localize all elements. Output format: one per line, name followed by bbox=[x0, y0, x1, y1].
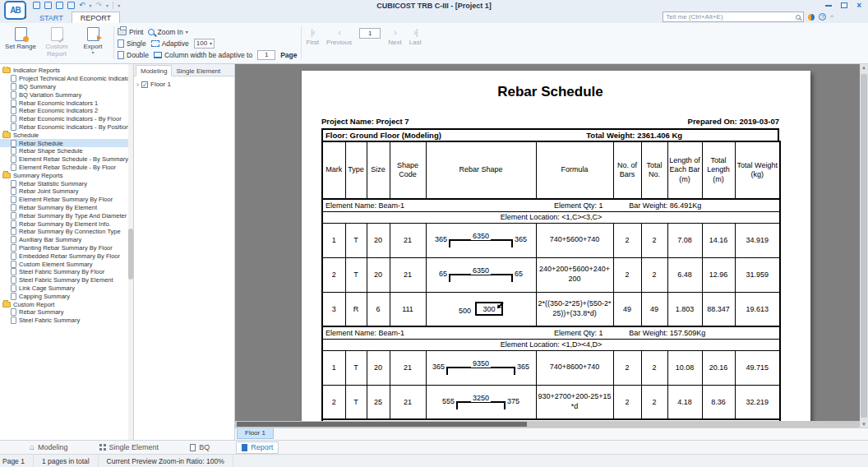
scroll-up-icon[interactable]: ▲ bbox=[861, 64, 866, 71]
double-page-button[interactable]: Double bbox=[118, 51, 149, 59]
page-number-input[interactable]: 1 bbox=[359, 28, 381, 39]
collapse-ribbon-icon[interactable]: ^ bbox=[830, 14, 833, 21]
sidebar-scrollbar-thumb[interactable] bbox=[128, 229, 133, 280]
tree-item[interactable]: Steel Fabric Summary bbox=[0, 317, 133, 325]
tree-item[interactable]: BQ Summary bbox=[0, 83, 133, 91]
shape-left-label: 365 bbox=[435, 235, 447, 243]
shape-right-label: 375 bbox=[507, 397, 519, 405]
view-tab-single-element-label: Single Element bbox=[109, 443, 159, 451]
column-width-input[interactable]: 1 bbox=[257, 50, 275, 60]
column-header: Rebar Shape bbox=[426, 141, 536, 199]
scroll-down-icon[interactable]: ▼ bbox=[861, 421, 866, 428]
shape-stirrup-box: 300 bbox=[475, 302, 503, 316]
tree-item[interactable]: Rebar Economic Indicators 1 bbox=[0, 99, 133, 107]
tree-item[interactable]: Rebar Economic Indicators - By Floor bbox=[0, 115, 133, 123]
type-cell: R bbox=[345, 292, 367, 326]
minimize-button[interactable] bbox=[825, 5, 832, 7]
print-button[interactable]: Print bbox=[118, 28, 143, 36]
length-each-cell: 1.803 bbox=[667, 292, 702, 326]
tree-item[interactable]: Rebar Summary By Connection Type bbox=[0, 228, 133, 236]
tree-item[interactable]: Rebar Statistic Summary bbox=[0, 179, 133, 187]
floor-tree-item[interactable]: › ✓ Floor 1 bbox=[134, 76, 234, 92]
view-tab-bq[interactable]: BQ bbox=[185, 442, 215, 454]
total-no-cell: 2 bbox=[641, 223, 667, 257]
tree-item[interactable]: Custom Element Summary bbox=[0, 260, 133, 268]
vertical-scrollbar-thumb[interactable] bbox=[861, 74, 867, 418]
tree-item[interactable]: BQ Variation Summary bbox=[0, 90, 133, 99]
set-range-button[interactable]: Set Range bbox=[3, 25, 38, 61]
tree-item[interactable]: Rebar Summary By Element Info. bbox=[0, 220, 133, 228]
zoom-ratio-combobox[interactable]: 100▾ bbox=[194, 39, 215, 49]
tree-group[interactable]: Summary Reports bbox=[0, 171, 133, 179]
tree-item[interactable]: Rebar Summary bbox=[0, 308, 133, 317]
sidebar-scrollbar[interactable] bbox=[128, 64, 133, 440]
floor-checkbox[interactable]: ✓ bbox=[141, 81, 148, 88]
tree-item[interactable]: Auxiliary Bar Summary bbox=[0, 236, 133, 244]
total-length-cell: 88.347 bbox=[702, 292, 735, 326]
tree-group[interactable]: Indicator Reports bbox=[0, 67, 133, 75]
tree-item[interactable]: Element Rebar Schedule - By Summary Info bbox=[0, 155, 133, 164]
horizontal-scrollbar[interactable] bbox=[235, 421, 860, 428]
tree-item[interactable]: Element Rebar Summary By Floor bbox=[0, 196, 133, 204]
redo-icon[interactable]: ↷ bbox=[96, 2, 103, 9]
tree-item[interactable]: Project Technical And Economic Indicator… bbox=[0, 75, 133, 83]
tree-group[interactable]: Custom Report bbox=[0, 300, 133, 308]
tree-item[interactable]: Rebar Summary By Element bbox=[0, 204, 133, 212]
tree-item[interactable]: Steel Fabric Summary By Floor bbox=[0, 268, 133, 276]
panel-tab-single-element[interactable]: Single Element bbox=[172, 66, 224, 76]
expander-icon[interactable]: › bbox=[136, 81, 139, 88]
status-total-pages: 1 pages in total bbox=[34, 455, 99, 467]
report-preview-viewer[interactable]: Rebar Schedule Project Name: Project 7 P… bbox=[235, 64, 868, 440]
last-page-button[interactable]: ›| Last bbox=[409, 28, 422, 46]
zoom-in-button[interactable]: Zoom In▾ bbox=[148, 28, 187, 36]
file-icon bbox=[11, 284, 16, 292]
floor-page-tab[interactable]: Floor 1 bbox=[237, 428, 274, 439]
tree-item[interactable]: Rebar Schedule bbox=[0, 139, 133, 147]
tree-item[interactable]: Element Rebar Schedule - By Floor bbox=[0, 164, 133, 172]
first-page-button[interactable]: |‹ First bbox=[307, 28, 320, 46]
tree-item[interactable]: Planting Rebar Summary By Floor bbox=[0, 244, 133, 252]
export-button[interactable]: Export ▾ bbox=[76, 25, 110, 61]
tree-item[interactable]: Rebar Summary By Type And Diameter bbox=[0, 211, 133, 220]
tips-lamp-icon[interactable] bbox=[808, 14, 815, 21]
vertical-scrollbar[interactable]: ▲ ▼ bbox=[860, 64, 868, 428]
adaptive-label: Adaptive bbox=[162, 39, 189, 48]
tree-item[interactable]: Capping Summary bbox=[0, 292, 133, 300]
tab-start[interactable]: START bbox=[31, 12, 72, 23]
tree-item[interactable]: Link Cage Summary bbox=[0, 284, 133, 293]
app-logo[interactable]: AB ▾ bbox=[4, 1, 26, 20]
tree-item[interactable]: Rebar Economic Indicators - By Position bbox=[0, 123, 133, 132]
custom-report-button[interactable]: Custom Report bbox=[39, 25, 74, 61]
view-tab-report[interactable]: Report bbox=[236, 442, 279, 454]
tab-report[interactable]: REPORT bbox=[72, 12, 120, 23]
help-icon[interactable]: ? bbox=[819, 13, 826, 21]
tree-item[interactable]: Steel Fabric Summary By Element bbox=[0, 276, 133, 284]
adaptive-button[interactable]: Adaptive bbox=[151, 39, 189, 48]
undo-dropdown-icon[interactable]: ▾ bbox=[90, 2, 92, 8]
previous-page-button[interactable]: ‹ Previous bbox=[326, 28, 352, 46]
view-tab-modeling[interactable]: ⌂Modeling bbox=[25, 442, 73, 454]
tree-item[interactable]: Rebar Shape Schedule bbox=[0, 147, 133, 155]
open-icon[interactable] bbox=[56, 2, 63, 9]
tree-item-label: BQ Summary bbox=[19, 83, 56, 90]
tree-item[interactable]: Rebar Joint Summary bbox=[0, 187, 133, 196]
single-page-button[interactable]: Single bbox=[118, 39, 146, 48]
tree-item[interactable]: Embedded Rebar Summary By Floor bbox=[0, 252, 133, 260]
view-tab-single-element[interactable]: Single Element bbox=[95, 442, 164, 454]
redo-dropdown-icon[interactable]: ▾ bbox=[106, 2, 108, 8]
tellme-search-input[interactable]: Tell me (Ctrl+Alt+E) bbox=[663, 12, 804, 22]
save-icon[interactable] bbox=[67, 2, 75, 9]
tree-item[interactable]: Rebar Economic Indicators 2 bbox=[0, 107, 133, 115]
close-button[interactable]: × bbox=[856, 2, 861, 10]
add-icon[interactable] bbox=[44, 2, 52, 9]
column-width-option[interactable]: Column width be adaptive to bbox=[154, 51, 252, 59]
shape-code-cell: 111 bbox=[390, 292, 426, 326]
horizontal-scrollbar-thumb[interactable] bbox=[237, 422, 527, 427]
tree-group[interactable]: Schedule bbox=[0, 131, 133, 139]
restore-button[interactable] bbox=[841, 2, 847, 8]
customize-toolbar-icon[interactable]: ▾ bbox=[118, 2, 120, 8]
panel-tab-modeling[interactable]: Modeling bbox=[136, 65, 172, 76]
new-project-icon[interactable] bbox=[33, 2, 40, 9]
undo-icon[interactable]: ↶ bbox=[79, 2, 85, 9]
next-page-button[interactable]: › Next bbox=[388, 28, 401, 46]
